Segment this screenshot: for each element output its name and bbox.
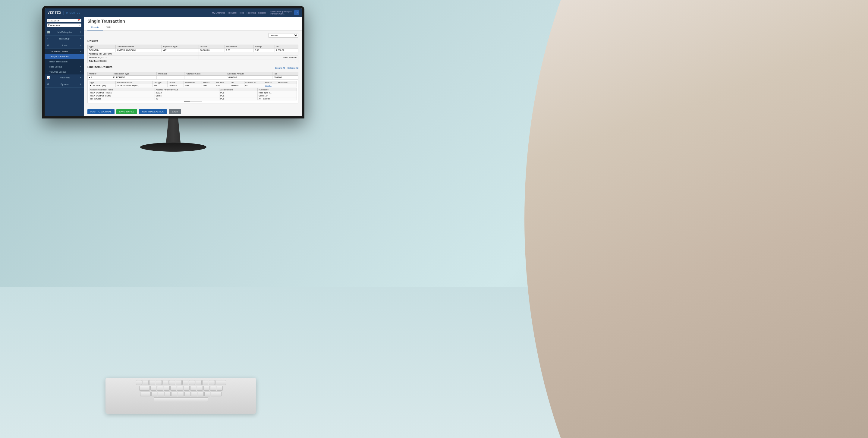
key[interactable] xyxy=(140,392,151,397)
tax-area-lookup-label: Tax Area Lookup xyxy=(50,70,66,73)
key[interactable] xyxy=(202,380,208,385)
nav-reporting[interactable]: Reporting xyxy=(247,12,255,14)
key[interactable] xyxy=(209,380,215,385)
horizontal-scrollbar[interactable] xyxy=(184,101,202,102)
monitor-stand-base xyxy=(140,143,207,152)
key[interactable] xyxy=(157,386,163,391)
key[interactable] xyxy=(136,380,142,385)
sidebar-item-single-transaction[interactable]: Single Transaction xyxy=(44,54,84,59)
key[interactable] xyxy=(170,386,176,391)
results-dropdown[interactable]: Results xyxy=(268,33,299,38)
expand-all-link[interactable]: Expand All xyxy=(275,67,285,69)
key[interactable] xyxy=(149,380,155,385)
tax-setup-label: Tax Setup xyxy=(59,37,70,40)
col-nontaxable: Nontaxable xyxy=(225,45,253,49)
param-value-1: 2000.0 xyxy=(155,91,219,94)
space-key[interactable] xyxy=(154,397,208,402)
sidebar-item-batch-transaction[interactable]: Batch Transaction xyxy=(44,59,84,64)
system-icon: ⚙ xyxy=(47,83,49,86)
key[interactable] xyxy=(217,386,223,391)
li-extended-amount: 10,000.00 xyxy=(226,76,272,80)
save-to-file-button[interactable]: SAVE TO FILE xyxy=(116,109,137,114)
top-bar-user: User Name: primarySsPartition: Gen1 xyxy=(270,10,292,15)
key[interactable] xyxy=(169,380,175,385)
key[interactable] xyxy=(204,392,210,397)
param-row-1: FLEX_OUTPUT_TREXS 2000.0 POST Reco Input… xyxy=(89,91,297,94)
key[interactable] xyxy=(171,392,177,397)
enter-key[interactable] xyxy=(211,392,221,397)
procurement-select[interactable]: Procurement ▼ xyxy=(47,24,82,27)
key[interactable] xyxy=(184,392,190,397)
single-transaction-label: Single Transaction xyxy=(51,55,69,58)
key[interactable] xyxy=(195,380,202,385)
date-input[interactable]: 11/12/2019 📅 xyxy=(47,19,82,22)
key[interactable] xyxy=(178,392,184,397)
tab-xml[interactable]: XML xyxy=(103,25,115,30)
result-row-1: COUNTRY UNITED KINGDOM VAT 10,000.00 0.0… xyxy=(88,49,299,52)
key[interactable] xyxy=(151,392,157,397)
key[interactable] xyxy=(182,380,188,385)
sub-rule-id[interactable]: 120187 xyxy=(264,84,277,87)
li-number: ▾ 1 xyxy=(88,76,112,80)
keyboard-row-4 xyxy=(108,397,254,402)
additional-tax-label: Additional Tax Due: 0.00 xyxy=(88,52,199,56)
monitor: VERTEX | O·SERIES My Enterprise Tax Deta… xyxy=(42,6,304,152)
total-label: Total: 2,000.00 xyxy=(199,56,299,59)
user-icon[interactable]: P xyxy=(294,10,299,15)
key[interactable] xyxy=(204,386,210,391)
key[interactable] xyxy=(191,392,197,397)
batch-transaction-label: Batch Transaction xyxy=(50,60,67,63)
tools-label: Tools xyxy=(62,44,67,47)
param-name-3: tax_taxCode xyxy=(89,97,155,100)
sidebar-item-system[interactable]: ⚙ System + xyxy=(44,81,84,88)
key[interactable] xyxy=(197,386,203,391)
key[interactable] xyxy=(158,392,164,397)
key[interactable] xyxy=(210,386,216,391)
new-transaction-button[interactable]: NEW TRANSACTION xyxy=(139,109,167,114)
nav-tools[interactable]: Tools xyxy=(239,12,244,14)
li-transaction-type: PURCHASE xyxy=(112,76,156,80)
sub-col-jurisdiction: Jurisdiction Name xyxy=(116,81,153,84)
key[interactable] xyxy=(177,386,183,391)
my-enterprise-icon: 🏢 xyxy=(47,31,50,33)
sidebar-item-rate-lookup[interactable]: Rate Lookup + xyxy=(44,64,84,69)
sub-col-rule-id: Rule ID xyxy=(264,81,277,84)
tab-results[interactable]: Results xyxy=(87,25,103,30)
sidebar-item-my-enterprise[interactable]: 🏢 My Enterprise + xyxy=(44,29,84,36)
sub-col-taxable: Taxable xyxy=(167,81,184,84)
back-button[interactable]: BACK xyxy=(169,109,181,114)
key[interactable] xyxy=(139,386,150,391)
sidebar-item-reporting[interactable]: 📊 Reporting + xyxy=(44,74,84,81)
col-exempt: Exempt xyxy=(253,45,275,49)
sub-table: Type Jurisdiction Name Tax Type Taxable … xyxy=(89,81,297,87)
key[interactable] xyxy=(164,392,170,397)
calendar-icon: 📅 xyxy=(78,19,80,22)
logo-subtitle: O·SERIES xyxy=(66,12,81,14)
date-value: 11/12/2019 xyxy=(48,20,59,22)
key[interactable] xyxy=(216,380,226,385)
key[interactable] xyxy=(184,386,190,391)
key[interactable] xyxy=(162,380,168,385)
sidebar-item-transaction-tester[interactable]: Transaction Tester − xyxy=(44,49,84,54)
key[interactable] xyxy=(176,380,182,385)
key[interactable] xyxy=(190,386,196,391)
monitor-frame: VERTEX | O·SERIES My Enterprise Tax Deta… xyxy=(42,6,304,119)
nav-support[interactable]: Support xyxy=(258,12,266,14)
sidebar-item-tax-setup[interactable]: ≡ Tax Setup + xyxy=(44,36,84,42)
sidebar-item-tax-area-lookup[interactable]: Tax Area Lookup + xyxy=(44,69,84,74)
key[interactable] xyxy=(189,380,195,385)
key[interactable] xyxy=(156,380,162,385)
key[interactable] xyxy=(143,380,149,385)
sidebar-item-tools[interactable]: ⚙ Tools − xyxy=(44,42,84,49)
post-to-journal-button[interactable]: POST TO JOURNAL xyxy=(87,109,115,114)
nav-my-enterprise[interactable]: My Enterprise xyxy=(212,12,225,14)
rate-lookup-plus: + xyxy=(80,65,82,68)
key[interactable] xyxy=(150,386,156,391)
collapse-all-link[interactable]: Collapse All xyxy=(287,67,299,69)
monitor-stand-neck xyxy=(161,119,185,143)
sub-nontaxable: 0.00 xyxy=(184,84,202,87)
key[interactable] xyxy=(198,392,204,397)
key[interactable] xyxy=(164,386,170,391)
my-enterprise-label: My Enterprise xyxy=(58,31,72,33)
nav-tax-detail[interactable]: Tax Detail xyxy=(227,12,237,14)
